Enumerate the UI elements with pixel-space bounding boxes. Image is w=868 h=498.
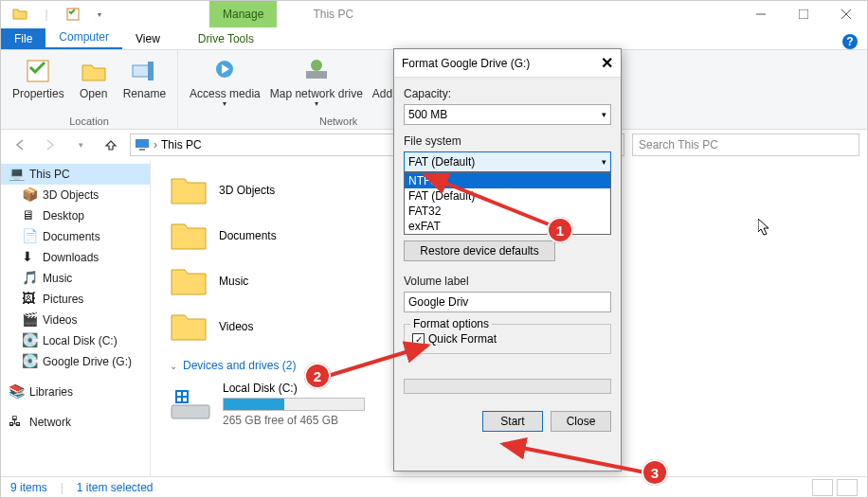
capacity-select[interactable]: 500 MB▾ xyxy=(404,104,611,125)
folder-icon: 📄 xyxy=(22,229,37,244)
folder-icon xyxy=(170,308,208,346)
sidebar-item[interactable]: 📄Documents xyxy=(1,226,150,247)
sidebar-item[interactable]: 🎬Videos xyxy=(1,310,150,330)
sidebar-item[interactable]: 💽Local Disk (C:) xyxy=(1,330,150,351)
svg-rect-18 xyxy=(172,405,209,418)
filesystem-option[interactable]: NTFS xyxy=(405,173,610,188)
details-view-button[interactable] xyxy=(812,479,833,496)
close-button-dialog[interactable]: Close xyxy=(551,411,611,432)
help-icon[interactable]: ? xyxy=(842,34,858,49)
filesystem-option[interactable]: FAT (Default) xyxy=(405,188,610,204)
sidebar-item-label: Music xyxy=(43,272,72,285)
status-item-count: 9 items xyxy=(10,481,47,494)
svg-rect-22 xyxy=(177,398,181,401)
qat-separator: | xyxy=(35,4,58,25)
drive-icon xyxy=(170,384,211,425)
folder-icon xyxy=(170,262,208,300)
search-input[interactable]: Search This PC xyxy=(632,133,859,156)
breadcrumb-segment[interactable]: This PC xyxy=(161,138,202,151)
svg-rect-21 xyxy=(183,392,187,396)
capacity-label: Capacity: xyxy=(404,87,611,100)
folder-icon[interactable] xyxy=(9,4,31,25)
filesystem-option[interactable]: FAT32 xyxy=(405,204,610,219)
sidebar-item[interactable]: 📚Libraries xyxy=(1,382,150,402)
qat-dropdown-icon[interactable]: ▾ xyxy=(88,4,111,25)
sidebar-item-label: This PC xyxy=(29,168,70,181)
dialog-titlebar: Format Google Drive (G:) ✕ xyxy=(394,49,621,78)
recent-button[interactable]: ▾ xyxy=(69,133,92,156)
restore-defaults-button[interactable]: Restore device defaults xyxy=(404,240,555,261)
sidebar-item[interactable]: 🖼Pictures xyxy=(1,289,150,310)
sidebar-item-label: Desktop xyxy=(43,209,84,222)
dialog-close-button[interactable]: ✕ xyxy=(601,54,613,72)
up-button[interactable] xyxy=(99,133,122,156)
folder-icon: 🖼 xyxy=(22,292,37,307)
folder-icon: 🎵 xyxy=(22,271,37,286)
format-options-legend: Format options xyxy=(410,317,492,330)
access-media-button[interactable]: Access media▾ xyxy=(186,54,264,116)
sidebar-item-label: Local Disk (C:) xyxy=(43,334,118,347)
volume-label-input[interactable]: Google Driv xyxy=(404,292,611,312)
tab-view[interactable]: View xyxy=(122,28,173,49)
sidebar-item[interactable]: 🖧Network xyxy=(1,412,150,433)
svg-rect-16 xyxy=(136,139,149,148)
open-button[interactable]: Open xyxy=(70,54,118,116)
drive-capacity-bar xyxy=(223,398,365,411)
volume-label-label: Volume label xyxy=(404,275,611,288)
checkbox-icon: ✓ xyxy=(412,333,425,346)
tab-file[interactable]: File xyxy=(1,28,45,49)
sidebar-item-label: Documents xyxy=(43,230,100,243)
svg-rect-17 xyxy=(139,149,145,151)
nav-pane: 💻This PC📦3D Objects🖥Desktop📄Documents⬇Do… xyxy=(1,160,151,476)
svg-rect-2 xyxy=(799,9,808,19)
sidebar-item-label: Google Drive (G:) xyxy=(43,355,132,368)
filesystem-option[interactable]: exFAT xyxy=(405,219,610,234)
svg-rect-23 xyxy=(183,398,187,401)
rename-button[interactable]: Rename xyxy=(119,54,170,116)
folder-icon: 💽 xyxy=(22,354,37,369)
sidebar-item[interactable]: 🖥Desktop xyxy=(1,205,150,226)
tab-computer[interactable]: Computer xyxy=(45,27,122,49)
forward-button[interactable] xyxy=(39,133,62,156)
back-button[interactable] xyxy=(9,133,31,156)
filesystem-label: File system xyxy=(404,134,611,148)
format-options-group: Format options ✓ Quick Format xyxy=(404,324,611,354)
status-bar: 9 items | 1 item selected xyxy=(1,476,867,497)
annotation-badge-2: 2 xyxy=(304,363,331,389)
format-progress-bar xyxy=(404,379,611,394)
folder-icon: 💽 xyxy=(22,333,37,348)
maximize-button[interactable] xyxy=(782,1,824,27)
sidebar-item-label: 3D Objects xyxy=(43,188,99,202)
quick-format-checkbox[interactable]: ✓ Quick Format xyxy=(412,332,603,346)
folder-icon: 📚 xyxy=(9,384,24,400)
tab-drive-tools[interactable]: Drive Tools xyxy=(185,28,267,49)
map-network-drive-button[interactable]: Map network drive▾ xyxy=(266,54,367,116)
sidebar-item[interactable]: 💽Google Drive (G:) xyxy=(1,351,150,372)
window-title: This PC xyxy=(313,8,353,21)
filesystem-dropdown: NTFSFAT (Default)FAT32exFAT xyxy=(404,172,611,235)
folder-icon: 🖧 xyxy=(9,415,24,430)
ribbon-group-location: Properties Open Rename Location xyxy=(1,50,178,129)
properties-button[interactable]: Properties xyxy=(9,54,68,116)
sidebar-item[interactable]: 💻This PC xyxy=(1,164,150,185)
folder-icon xyxy=(170,171,208,209)
folder-label: 3D Objects xyxy=(219,184,275,197)
folder-icon xyxy=(170,217,208,255)
sidebar-item[interactable]: ⬇Downloads xyxy=(1,247,150,268)
format-dialog: Format Google Drive (G:) ✕ Capacity: 500… xyxy=(393,48,622,471)
start-button[interactable]: Start xyxy=(482,411,543,432)
properties-icon[interactable] xyxy=(62,4,84,25)
folder-label: Documents xyxy=(219,229,277,242)
folder-label: Videos xyxy=(219,320,253,333)
icons-view-button[interactable] xyxy=(837,479,858,496)
sidebar-item-label: Network xyxy=(29,416,71,429)
sidebar-item-label: Videos xyxy=(43,313,77,327)
filesystem-select[interactable]: FAT (Default)▾ xyxy=(404,151,611,172)
svg-point-11 xyxy=(311,60,322,71)
sidebar-item[interactable]: 📦3D Objects xyxy=(1,185,150,205)
sidebar-item[interactable]: 🎵Music xyxy=(1,268,150,289)
minimize-button[interactable] xyxy=(739,1,782,27)
drive-free-text: 265 GB free of 465 GB xyxy=(223,414,365,427)
dialog-title: Format Google Drive (G:) xyxy=(402,57,530,70)
close-button[interactable] xyxy=(824,1,867,27)
